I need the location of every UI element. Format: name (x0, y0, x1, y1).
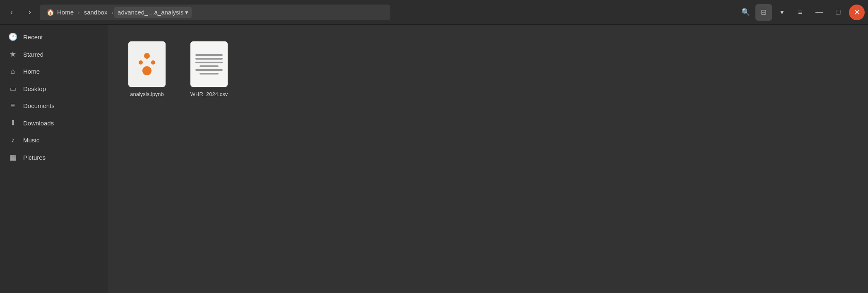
downloads-icon: ⬇ (8, 118, 17, 127)
jupyter-bottom-circle (142, 66, 151, 75)
breadcrumb-sandbox-label: sandbox (84, 9, 108, 16)
sidebar-item-home[interactable]: ⌂ Home (0, 63, 108, 80)
main: 🕐 Recent ★ Starred ⌂ Home ▭ Desktop ≡ Do… (0, 25, 868, 293)
sidebar-item-recent[interactable]: 🕐 Recent (0, 28, 108, 46)
sidebar-item-downloads[interactable]: ⬇ Downloads (0, 114, 108, 132)
csv-line-6 (200, 73, 219, 74)
starred-icon: ★ (8, 50, 17, 59)
forward-button[interactable]: › (22, 4, 38, 21)
sort-icon: ▾ (780, 8, 784, 17)
close-button[interactable]: ✕ (849, 5, 865, 20)
breadcrumb-current-label: advanced_…a_analysis (118, 9, 183, 16)
list-view-button[interactable]: ⊟ (755, 4, 772, 21)
minimize-button[interactable]: — (811, 4, 827, 21)
breadcrumb-current[interactable]: advanced_…a_analysis ▾ (114, 7, 192, 18)
csv-line-3 (195, 62, 223, 63)
music-icon: ♪ (8, 136, 17, 144)
file-item-analysis[interactable]: analysis.ipynb (120, 37, 174, 101)
sidebar-item-desktop[interactable]: ▭ Desktop (0, 80, 108, 97)
jupyter-left-dot (139, 60, 143, 65)
sidebar-label-recent: Recent (23, 34, 43, 41)
jupyter-logo (139, 53, 155, 75)
back-button[interactable]: ‹ (3, 4, 20, 21)
sidebar-label-downloads: Downloads (23, 120, 54, 127)
sidebar: 🕐 Recent ★ Starred ⌂ Home ▭ Desktop ≡ Do… (0, 25, 108, 293)
sidebar-label-documents: Documents (23, 102, 55, 109)
sidebar-label-starred: Starred (23, 51, 43, 58)
csv-line-4 (200, 65, 219, 67)
sidebar-item-music[interactable]: ♪ Music (0, 132, 108, 149)
toolbar-right: 🔍 ⊟ ▾ ≡ — □ ✕ (737, 4, 865, 21)
recent-icon: 🕐 (8, 32, 17, 41)
search-icon: 🔍 (741, 8, 750, 17)
search-button[interactable]: 🔍 (737, 4, 754, 21)
file-name-analysis: analysis.ipynb (130, 91, 164, 97)
menu-button[interactable]: ≡ (792, 4, 808, 21)
breadcrumb-home[interactable]: 🏠 Home (43, 7, 77, 18)
jupyter-top-dot (144, 53, 150, 59)
file-content-area: analysis.ipynb WHR_2024.csv (108, 25, 868, 293)
csv-line-2 (195, 58, 223, 60)
chevron-down-icon: ▾ (185, 9, 188, 16)
file-name-whr: WHR_2024.csv (190, 91, 228, 97)
pictures-icon: ▦ (8, 153, 17, 162)
breadcrumb-home-label: Home (57, 9, 74, 16)
minimize-icon: — (815, 8, 823, 17)
close-icon: ✕ (854, 8, 860, 17)
sidebar-item-starred[interactable]: ★ Starred (0, 46, 108, 63)
sidebar-label-desktop: Desktop (23, 85, 46, 92)
home-sidebar-icon: ⌂ (8, 67, 17, 76)
jupyter-middle-dots (139, 60, 155, 65)
csv-line-1 (195, 54, 223, 56)
jupyter-right-dot (151, 60, 155, 65)
sidebar-item-documents[interactable]: ≡ Documents (0, 97, 108, 114)
sidebar-label-music: Music (23, 137, 39, 144)
list-view-icon: ⊟ (761, 8, 767, 17)
maximize-button[interactable]: □ (830, 4, 846, 21)
breadcrumb-sep-1: › (78, 9, 80, 16)
maximize-icon: □ (836, 8, 841, 17)
breadcrumb-bar: 🏠 Home › sandbox › advanced_…a_analysis … (40, 5, 390, 20)
sidebar-label-home: Home (23, 68, 40, 75)
sort-button[interactable]: ▾ (774, 4, 790, 21)
csv-file-icon (190, 41, 228, 87)
csv-line-5 (195, 69, 223, 71)
documents-icon: ≡ (8, 101, 17, 110)
sidebar-item-pictures[interactable]: ▦ Pictures (0, 149, 108, 166)
sidebar-label-pictures: Pictures (23, 154, 46, 161)
hamburger-icon: ≡ (798, 8, 802, 17)
file-item-whr[interactable]: WHR_2024.csv (182, 37, 236, 101)
breadcrumb-sep-2: › (111, 9, 113, 16)
titlebar: ‹ › 🏠 Home › sandbox › advanced_…a_analy… (0, 0, 868, 25)
home-icon: 🏠 (46, 8, 55, 16)
desktop-icon: ▭ (8, 84, 17, 93)
breadcrumb-sandbox[interactable]: sandbox (81, 7, 111, 17)
jupyter-file-icon (128, 41, 166, 87)
